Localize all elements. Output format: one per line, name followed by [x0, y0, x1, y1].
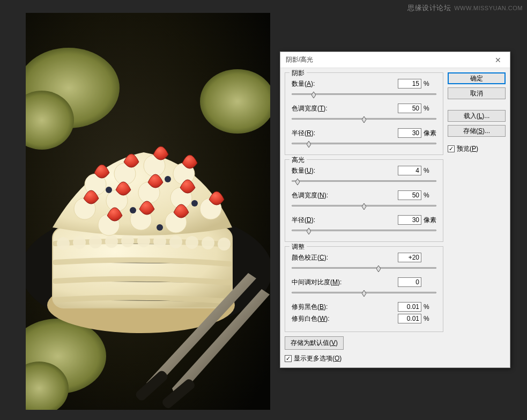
- svg-marker-43: [295, 179, 300, 185]
- svg-point-13: [105, 235, 118, 248]
- group-adjust: 调整 颜色校正(C): 中间调对比度(M): 修剪黑色(B): %: [285, 246, 443, 332]
- highlights-radius-slider[interactable]: [292, 226, 436, 235]
- adjust-clipwhite-unit: %: [421, 315, 436, 322]
- svg-marker-47: [362, 290, 366, 297]
- highlights-amount-label: 数量(U):: [292, 166, 398, 175]
- shadows-amount-input[interactable]: [398, 79, 421, 89]
- shadows-radius-unit: 像素: [421, 129, 436, 138]
- shadows-amount-label: 数量(A):: [292, 79, 398, 89]
- store-button[interactable]: 存储(S)...: [448, 125, 506, 137]
- group-highlights-legend: 高光: [290, 156, 307, 165]
- load-button[interactable]: 载入(L)...: [448, 110, 506, 122]
- preview-label: 预览(P): [457, 144, 478, 153]
- shadows-tone-label: 色调宽度(T):: [292, 104, 398, 113]
- group-shadows: 阴影 数量(A): % 色调宽度(T): % 半径(R): 像素: [285, 72, 443, 155]
- adjust-clipwhite-label: 修剪白色(W):: [292, 314, 398, 323]
- svg-point-11: [73, 236, 86, 249]
- highlights-radius-unit: 像素: [421, 216, 436, 225]
- svg-point-15: [137, 234, 150, 247]
- highlights-amount-unit: %: [421, 167, 436, 174]
- svg-marker-41: [362, 116, 366, 123]
- shadows-tone-unit: %: [421, 105, 436, 112]
- svg-marker-40: [311, 92, 316, 98]
- adjust-clipblack-label: 修剪黑色(B):: [292, 303, 398, 312]
- adjust-clipblack-input[interactable]: [398, 302, 421, 312]
- dialog-titlebar[interactable]: 阴影/高光 ✕: [280, 52, 510, 68]
- dialog-title: 阴影/高光: [286, 55, 492, 64]
- adjust-color-input[interactable]: [398, 253, 421, 262]
- svg-point-37: [157, 224, 163, 231]
- svg-point-10: [57, 237, 70, 250]
- shadows-radius-input[interactable]: [398, 128, 421, 138]
- watermark: 思缘设计论坛WWW.MISSYUAN.COM: [407, 3, 523, 13]
- highlights-radius-label: 半径(D):: [292, 216, 398, 225]
- svg-point-12: [89, 235, 102, 248]
- svg-marker-42: [307, 141, 311, 148]
- shadows-radius-label: 半径(R):: [292, 129, 398, 138]
- highlights-amount-slider[interactable]: [292, 177, 436, 186]
- svg-point-18: [185, 236, 198, 249]
- preview-checkbox[interactable]: ✓: [448, 145, 455, 152]
- highlights-radius-input[interactable]: [398, 215, 421, 225]
- ok-button[interactable]: 确定: [448, 72, 506, 84]
- close-icon[interactable]: ✕: [492, 54, 504, 67]
- shadows-tone-slider[interactable]: [292, 115, 436, 123]
- adjust-midtone-label: 中间调对比度(M):: [292, 278, 398, 287]
- show-more-label: 显示更多选项(O): [294, 354, 342, 363]
- highlights-tone-label: 色调宽度(N):: [292, 191, 398, 200]
- adjust-color-label: 颜色校正(C):: [292, 253, 398, 262]
- adjust-midtone-slider[interactable]: [292, 289, 436, 297]
- adjust-midtone-input[interactable]: [398, 277, 421, 287]
- highlights-amount-input[interactable]: [398, 166, 421, 175]
- svg-point-34: [165, 176, 171, 182]
- group-highlights: 高光 数量(U): % 色调宽度(N): % 半径(D): 像素: [285, 159, 443, 242]
- show-more-checkbox[interactable]: ✓: [285, 355, 292, 362]
- adjust-clipwhite-input[interactable]: [398, 314, 421, 323]
- shadows-tone-input[interactable]: [398, 104, 421, 113]
- shadows-highlights-dialog: 阴影/高光 ✕ 阴影 数量(A): % 色调宽度(T): %: [280, 51, 510, 368]
- highlights-tone-input[interactable]: [398, 190, 421, 200]
- svg-point-16: [153, 235, 166, 248]
- svg-marker-46: [376, 266, 381, 272]
- group-adjust-legend: 调整: [290, 242, 307, 252]
- shadows-amount-slider[interactable]: [292, 90, 436, 99]
- cancel-button[interactable]: 取消: [448, 87, 506, 99]
- svg-point-20: [218, 238, 231, 250]
- shadows-amount-unit: %: [421, 80, 436, 87]
- canvas-photo: [26, 13, 270, 410]
- svg-point-19: [202, 237, 214, 249]
- adjust-color-slider[interactable]: [292, 264, 436, 272]
- highlights-tone-slider[interactable]: [292, 202, 436, 210]
- svg-marker-45: [307, 228, 311, 234]
- save-defaults-button[interactable]: 存储为默认值(V): [285, 336, 344, 350]
- shadows-radius-slider[interactable]: [292, 139, 436, 148]
- group-shadows-legend: 阴影: [290, 69, 307, 78]
- svg-point-35: [130, 207, 136, 213]
- highlights-tone-unit: %: [421, 191, 436, 199]
- svg-marker-44: [362, 203, 366, 210]
- svg-point-14: [121, 234, 134, 247]
- svg-point-33: [106, 187, 112, 193]
- adjust-clipblack-unit: %: [421, 303, 436, 311]
- svg-point-17: [169, 235, 182, 248]
- svg-point-36: [191, 200, 198, 207]
